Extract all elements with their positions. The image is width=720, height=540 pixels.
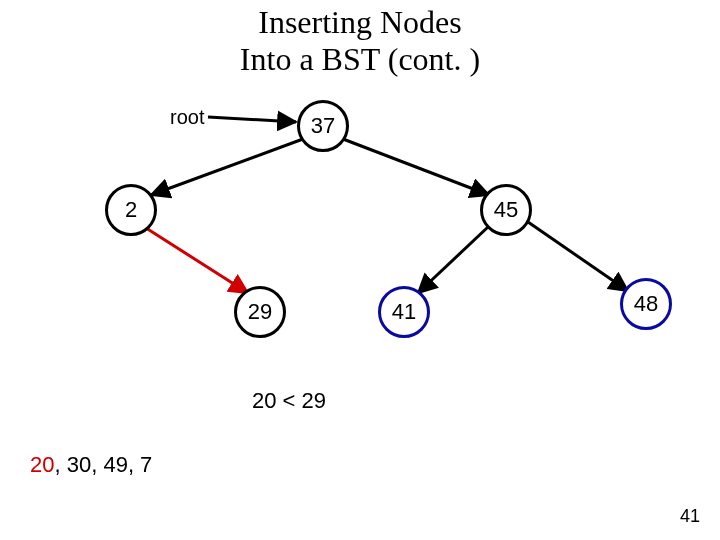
edge-2-to-29-search [146, 228, 248, 293]
tree-node-41: 41 [378, 286, 430, 338]
tree-node-37: 37 [297, 100, 349, 152]
edge-45-to-48 [528, 222, 628, 291]
node-value: 37 [311, 113, 335, 139]
node-value: 48 [634, 291, 658, 317]
tree-node-29: 29 [234, 286, 286, 338]
edge-root-to-37 [208, 117, 296, 122]
queue-current: 20 [30, 452, 54, 477]
title-line-2: Into a BST (cont. ) [240, 41, 480, 77]
page-title: Inserting Nodes Into a BST (cont. ) [0, 4, 720, 78]
tree-node-45: 45 [480, 184, 532, 236]
node-value: 41 [392, 299, 416, 325]
title-line-1: Inserting Nodes [258, 4, 462, 40]
node-value: 2 [125, 197, 137, 223]
edge-37-to-45 [343, 139, 489, 195]
root-label: root [170, 106, 204, 129]
comparison-text: 20 < 29 [252, 388, 326, 414]
queue-rest: , 30, 49, 7 [54, 452, 152, 477]
insert-queue: 20, 30, 49, 7 [30, 452, 152, 478]
slide-number: 41 [680, 506, 700, 527]
edge-45-to-41 [418, 227, 488, 293]
node-value: 45 [494, 197, 518, 223]
tree-node-48: 48 [620, 278, 672, 330]
node-value: 29 [248, 299, 272, 325]
tree-node-2: 2 [105, 184, 157, 236]
edge-37-to-2 [151, 139, 303, 195]
